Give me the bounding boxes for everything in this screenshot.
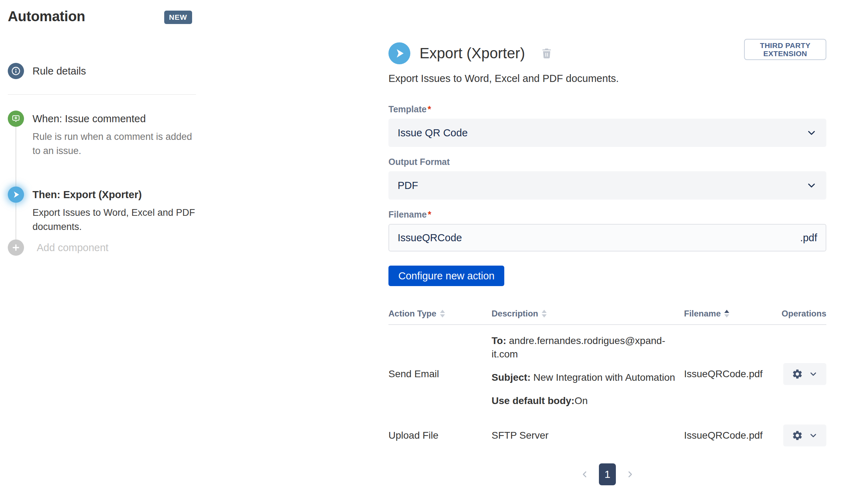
sidebar-header: Automation NEW — [8, 8, 192, 24]
table-header-row: Action Type Description Filename Operati… — [388, 309, 826, 324]
third-party-extension-badge: THIRD PARTY EXTENSION — [744, 39, 826, 60]
trash-icon — [540, 47, 553, 60]
pagination: 1 — [388, 463, 826, 485]
add-component-label: Add component — [37, 239, 108, 256]
chevron-right-icon — [625, 469, 635, 479]
action-type-cell: Send Email — [388, 368, 492, 380]
row-operations-button[interactable] — [783, 363, 826, 385]
info-icon — [8, 63, 24, 79]
next-page-button[interactable] — [623, 467, 637, 481]
sort-icon — [542, 310, 547, 318]
configure-new-action-button[interactable]: Configure new action — [388, 266, 504, 286]
column-header-operations: Operations — [779, 309, 826, 324]
xporter-logo-icon — [388, 42, 410, 64]
gear-icon — [792, 368, 803, 380]
new-badge: NEW — [164, 11, 192, 24]
output-format-label: Output Format — [388, 157, 826, 167]
rule-details-label: Rule details — [32, 63, 198, 79]
filename-field-wrap: .pdf — [388, 224, 826, 251]
then-description: Export Issues to Word, Excel and PDF doc… — [32, 206, 198, 234]
output-format-select[interactable]: PDF — [388, 171, 826, 200]
operations-cell — [779, 425, 826, 446]
filename-input[interactable] — [388, 224, 826, 251]
comment-add-icon — [8, 111, 24, 127]
row-operations-button[interactable] — [783, 425, 826, 446]
gear-icon — [792, 430, 803, 441]
required-asterisk: * — [428, 209, 431, 219]
then-title: Then: Export (Xporter) — [32, 186, 198, 203]
delete-action-button[interactable] — [539, 45, 555, 61]
action-description: Export Issues to Word, Excel and PDF doc… — [388, 73, 826, 84]
sidebar-item-rule-details[interactable]: Rule details — [8, 63, 198, 79]
template-label: Template* — [388, 104, 826, 114]
sidebar-item-then-action[interactable]: Then: Export (Xporter) Export Issues to … — [8, 186, 198, 234]
previous-page-button[interactable] — [578, 467, 592, 481]
filename-extension-suffix: .pdf — [800, 232, 817, 244]
sort-icon — [440, 310, 445, 318]
action-header: Export (Xporter) THIRD PARTY EXTENSION — [388, 42, 826, 64]
plus-icon — [8, 239, 24, 256]
when-description: Rule is run when a comment is added to a… — [32, 130, 198, 158]
required-asterisk: * — [428, 104, 431, 114]
template-selected-value: Issue QR Code — [398, 127, 468, 139]
filename-cell: IssueQRCode.pdf — [684, 430, 779, 441]
table-row: Send Email To: andre.fernandes.rodrigues… — [388, 325, 826, 417]
when-title: When: Issue commented — [32, 111, 198, 127]
table-row: Upload File SFTP Server IssueQRCode.pdf — [388, 417, 826, 453]
xporter-play-icon — [8, 186, 24, 203]
column-header-action-type[interactable]: Action Type — [388, 309, 492, 324]
action-config-panel: Export (Xporter) THIRD PARTY EXTENSION E… — [388, 35, 826, 498]
chevron-left-icon — [580, 469, 590, 479]
action-type-cell: Upload File — [388, 430, 492, 441]
chevron-down-icon — [806, 127, 817, 138]
page-title: Automation — [8, 8, 85, 24]
template-select[interactable]: Issue QR Code — [388, 119, 826, 147]
filename-cell: IssueQRCode.pdf — [684, 368, 779, 380]
chevron-down-icon — [809, 431, 818, 440]
rule-components-sidebar: Automation NEW Rule details — [8, 0, 200, 498]
filename-label: Filename* — [388, 209, 826, 220]
chevron-down-icon — [806, 180, 817, 191]
description-cell: SFTP Server — [492, 430, 684, 441]
description-cell: To: andre.fernandes.rodrigues@xpand-it.c… — [492, 334, 684, 414]
sidebar-item-when-trigger[interactable]: When: Issue commented Rule is run when a… — [8, 111, 198, 158]
current-page-button[interactable]: 1 — [599, 463, 616, 485]
automation-rule-page: Automation NEW Rule details — [0, 0, 868, 498]
sidebar-divider — [8, 94, 196, 95]
operations-cell — [779, 363, 826, 385]
chevron-down-icon — [809, 369, 818, 379]
column-header-description[interactable]: Description — [492, 309, 684, 324]
column-header-filename[interactable]: Filename — [684, 309, 779, 324]
output-format-selected-value: PDF — [398, 180, 418, 191]
action-title: Export (Xporter) — [420, 45, 525, 62]
sort-asc-icon — [724, 310, 729, 318]
add-component-button[interactable]: Add component — [8, 239, 108, 256]
configured-actions-table: Action Type Description Filename Operati… — [388, 309, 826, 453]
